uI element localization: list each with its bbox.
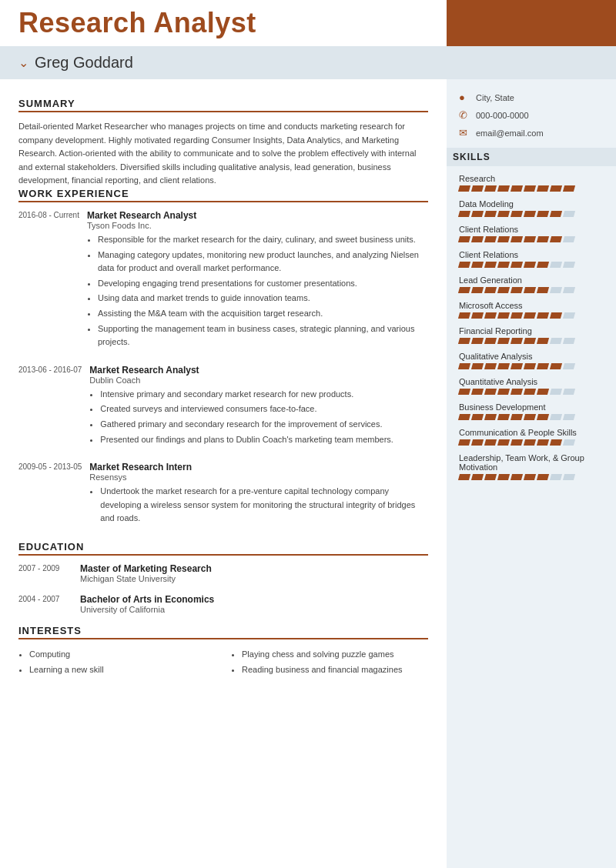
skill-bar-segment [563, 287, 575, 293]
work-company: Dublin Coach [89, 376, 428, 385]
contact-phone: ✆ 000-000-0000 [459, 109, 604, 121]
work-bullets-list: Responsible for the market research for … [87, 233, 428, 349]
education-section: EDUCATION 2007 - 2009 Master of Marketin… [18, 541, 428, 614]
interests-list-1: ComputingLearning a new skill [18, 647, 216, 678]
skill-bar-segment [511, 236, 523, 242]
email-text: email@email.com [476, 129, 544, 138]
interests-list-2: Playing chess and solving puzzle gamesRe… [231, 647, 428, 678]
left-column: SUMMARY Detail-oriented Market Researche… [0, 79, 447, 868]
skill-bar-segment [458, 474, 470, 480]
skills-heading: SKILLS [447, 148, 616, 166]
work-bullet: Presented our findings and plans to Dubl… [100, 433, 428, 447]
work-bullet: Using data and market trends to guide in… [98, 292, 428, 305]
work-bullet: Managing category updates, monitoring ne… [98, 249, 428, 275]
skill-item: Research [459, 174, 604, 192]
skill-bar-segment [511, 414, 523, 420]
skill-bar-segment [550, 363, 562, 369]
interests-grid: ComputingLearning a new skill Playing ch… [18, 647, 428, 678]
skill-item: Qualitative Analysis [459, 352, 604, 369]
contact-email: ✉ email@email.com [459, 127, 604, 139]
skill-bar-segment [537, 389, 549, 395]
skill-bar-segment [524, 363, 536, 369]
skill-bar-segment [563, 363, 575, 369]
skill-bar-segment [458, 389, 470, 395]
skill-bar-segment [497, 236, 510, 242]
skill-bar-segment [550, 262, 562, 268]
email-icon: ✉ [459, 127, 470, 139]
summary-section: SUMMARY Detail-oriented Market Researche… [18, 98, 428, 188]
skill-bar-segment [537, 185, 549, 192]
skill-bar-segment [458, 262, 470, 268]
interest-item: Reading business and financial magazines [242, 663, 428, 678]
skill-bar-segment [524, 211, 536, 217]
skill-bar-segment [471, 439, 484, 446]
name-bar: ⌄ Greg Goddard [0, 46, 616, 79]
skill-bar-segment [471, 474, 484, 480]
skill-bar-segment [497, 439, 510, 446]
skill-name: Lead Generation [459, 275, 604, 285]
skill-bar-segment [511, 287, 523, 293]
work-bullet: Responsible for the market research for … [98, 233, 428, 247]
edu-school: Michigan State University [80, 574, 428, 583]
skill-name: Quantitative Analysis [459, 377, 604, 386]
header-title-block: Research Analyst [0, 0, 447, 46]
skill-bar-segment [537, 262, 549, 268]
skill-bar-segment [497, 287, 510, 293]
skill-bar-segment [563, 262, 575, 268]
work-experience-section: WORK EXPERIENCE 2016-08 - Current Market… [18, 188, 428, 527]
work-experience-heading: WORK EXPERIENCE [18, 188, 428, 202]
skill-bar [459, 211, 604, 217]
education-entry: 2004 - 2007 Bachelor of Arts in Economic… [18, 594, 428, 614]
interest-item: Playing chess and solving puzzle games [242, 647, 428, 663]
skill-bar-segment [497, 185, 510, 192]
work-bullet: Assisting the M&A team with the acquisit… [98, 307, 428, 321]
skill-bar-segment [484, 338, 497, 344]
edu-details: Master of Marketing Research Michigan St… [80, 563, 428, 583]
skill-bar-segment [550, 312, 562, 319]
work-bullet: Undertook the market research for a pre-… [100, 485, 428, 526]
skill-bar-segment [524, 262, 536, 268]
skill-bar-segment [537, 338, 549, 344]
skill-bar [459, 262, 604, 268]
skill-bar-segment [471, 338, 484, 344]
work-entries: 2016-08 - Current Market Research Analys… [18, 210, 428, 527]
skill-bar [459, 312, 604, 319]
skill-bar-segment [563, 439, 575, 446]
candidate-name: Greg Goddard [35, 54, 133, 72]
skill-bar-segment [484, 363, 497, 369]
skill-name: Financial Reporting [459, 326, 604, 336]
work-bullet: Intensive primary and secondary market r… [100, 388, 428, 402]
skill-bar-segment [484, 389, 497, 395]
skill-bar [459, 414, 604, 420]
header-color-block [447, 0, 616, 46]
skill-bar-segment [524, 338, 536, 344]
skill-bar-segment [484, 414, 497, 420]
skill-bar-segment [484, 312, 497, 319]
skill-bar-segment [471, 363, 484, 369]
skill-bar [459, 287, 604, 293]
skill-bar-segment [471, 389, 484, 395]
work-bullets-list: Undertook the market research for a pre-… [89, 485, 428, 526]
skill-bar-segment [550, 211, 562, 217]
skill-bar-segment [497, 389, 510, 395]
skill-bar-segment [550, 287, 562, 293]
skill-item: Data Modeling [459, 199, 604, 217]
work-entry: 2013-06 - 2016-07 Market Research Analys… [18, 365, 428, 448]
work-bullets-list: Intensive primary and secondary market r… [89, 388, 428, 446]
phone-icon: ✆ [459, 109, 470, 121]
interest-item: Computing [29, 647, 216, 663]
location-icon: ● [459, 92, 470, 103]
skill-bar-segment [497, 414, 510, 420]
interests-col-1: ComputingLearning a new skill [18, 647, 216, 678]
body: SUMMARY Detail-oriented Market Researche… [0, 79, 616, 868]
skills-list: Research Data Modeling Client Relations … [459, 174, 604, 480]
work-company: Tyson Foods Inc. [87, 221, 428, 230]
skill-bar-segment [511, 474, 523, 480]
skill-item: Business Development [459, 402, 604, 420]
interests-section: INTERESTS ComputingLearning a new skill … [18, 625, 428, 678]
edu-degree: Master of Marketing Research [80, 563, 428, 574]
skill-name: Leadership, Team Work, & Group Motivatio… [459, 453, 604, 472]
skill-bar-segment [484, 236, 497, 242]
skill-name: Business Development [459, 402, 604, 412]
skill-bar-segment [537, 414, 549, 420]
